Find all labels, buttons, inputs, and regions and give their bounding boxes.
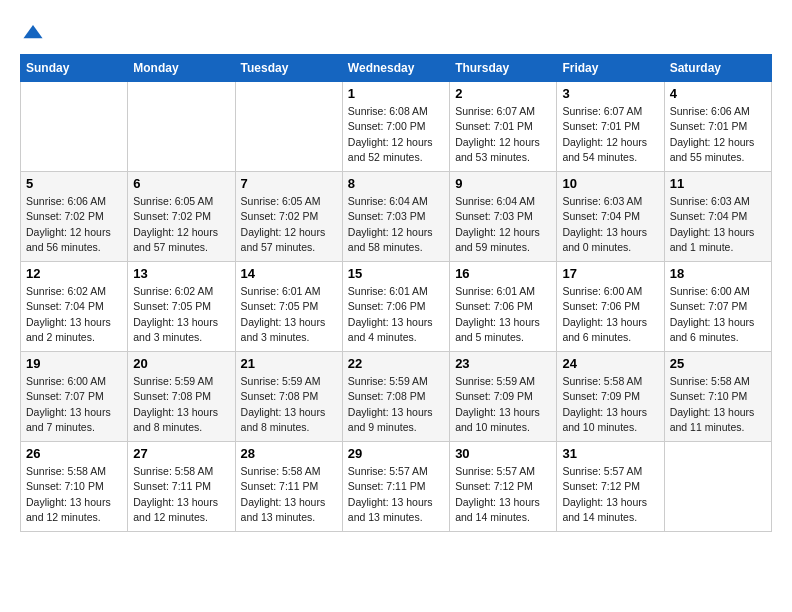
day-info: Sunrise: 5:59 AM Sunset: 7:09 PM Dayligh… xyxy=(455,374,551,435)
day-number: 23 xyxy=(455,356,551,371)
day-info: Sunrise: 5:58 AM Sunset: 7:10 PM Dayligh… xyxy=(670,374,766,435)
day-cell: 1Sunrise: 6:08 AM Sunset: 7:00 PM Daylig… xyxy=(342,82,449,172)
day-cell: 8Sunrise: 6:04 AM Sunset: 7:03 PM Daylig… xyxy=(342,172,449,262)
day-info: Sunrise: 6:06 AM Sunset: 7:01 PM Dayligh… xyxy=(670,104,766,165)
day-info: Sunrise: 6:00 AM Sunset: 7:07 PM Dayligh… xyxy=(670,284,766,345)
day-number: 5 xyxy=(26,176,122,191)
day-number: 27 xyxy=(133,446,229,461)
day-number: 9 xyxy=(455,176,551,191)
weekday-header-friday: Friday xyxy=(557,55,664,82)
day-number: 20 xyxy=(133,356,229,371)
day-info: Sunrise: 6:08 AM Sunset: 7:00 PM Dayligh… xyxy=(348,104,444,165)
day-cell: 25Sunrise: 5:58 AM Sunset: 7:10 PM Dayli… xyxy=(664,352,771,442)
day-info: Sunrise: 6:07 AM Sunset: 7:01 PM Dayligh… xyxy=(455,104,551,165)
day-number: 3 xyxy=(562,86,658,101)
day-cell: 28Sunrise: 5:58 AM Sunset: 7:11 PM Dayli… xyxy=(235,442,342,532)
day-cell: 22Sunrise: 5:59 AM Sunset: 7:08 PM Dayli… xyxy=(342,352,449,442)
calendar-table: SundayMondayTuesdayWednesdayThursdayFrid… xyxy=(20,54,772,532)
weekday-header-wednesday: Wednesday xyxy=(342,55,449,82)
day-number: 2 xyxy=(455,86,551,101)
weekday-row: SundayMondayTuesdayWednesdayThursdayFrid… xyxy=(21,55,772,82)
day-cell: 27Sunrise: 5:58 AM Sunset: 7:11 PM Dayli… xyxy=(128,442,235,532)
day-number: 15 xyxy=(348,266,444,281)
day-cell: 7Sunrise: 6:05 AM Sunset: 7:02 PM Daylig… xyxy=(235,172,342,262)
day-cell: 9Sunrise: 6:04 AM Sunset: 7:03 PM Daylig… xyxy=(450,172,557,262)
weekday-header-tuesday: Tuesday xyxy=(235,55,342,82)
week-row-5: 26Sunrise: 5:58 AM Sunset: 7:10 PM Dayli… xyxy=(21,442,772,532)
week-row-1: 1Sunrise: 6:08 AM Sunset: 7:00 PM Daylig… xyxy=(21,82,772,172)
day-cell xyxy=(128,82,235,172)
day-number: 14 xyxy=(241,266,337,281)
day-cell: 10Sunrise: 6:03 AM Sunset: 7:04 PM Dayli… xyxy=(557,172,664,262)
day-cell: 30Sunrise: 5:57 AM Sunset: 7:12 PM Dayli… xyxy=(450,442,557,532)
day-cell: 18Sunrise: 6:00 AM Sunset: 7:07 PM Dayli… xyxy=(664,262,771,352)
day-number: 19 xyxy=(26,356,122,371)
calendar-header: SundayMondayTuesdayWednesdayThursdayFrid… xyxy=(21,55,772,82)
page-header xyxy=(20,20,772,44)
day-number: 31 xyxy=(562,446,658,461)
week-row-2: 5Sunrise: 6:06 AM Sunset: 7:02 PM Daylig… xyxy=(21,172,772,262)
day-info: Sunrise: 5:59 AM Sunset: 7:08 PM Dayligh… xyxy=(348,374,444,435)
calendar-body: 1Sunrise: 6:08 AM Sunset: 7:00 PM Daylig… xyxy=(21,82,772,532)
day-cell: 23Sunrise: 5:59 AM Sunset: 7:09 PM Dayli… xyxy=(450,352,557,442)
day-info: Sunrise: 6:03 AM Sunset: 7:04 PM Dayligh… xyxy=(562,194,658,255)
day-number: 16 xyxy=(455,266,551,281)
day-info: Sunrise: 6:00 AM Sunset: 7:07 PM Dayligh… xyxy=(26,374,122,435)
day-cell: 29Sunrise: 5:57 AM Sunset: 7:11 PM Dayli… xyxy=(342,442,449,532)
day-number: 4 xyxy=(670,86,766,101)
logo-icon xyxy=(22,22,44,44)
day-info: Sunrise: 6:02 AM Sunset: 7:05 PM Dayligh… xyxy=(133,284,229,345)
day-number: 12 xyxy=(26,266,122,281)
weekday-header-thursday: Thursday xyxy=(450,55,557,82)
day-info: Sunrise: 5:58 AM Sunset: 7:11 PM Dayligh… xyxy=(241,464,337,525)
day-cell: 19Sunrise: 6:00 AM Sunset: 7:07 PM Dayli… xyxy=(21,352,128,442)
day-info: Sunrise: 6:04 AM Sunset: 7:03 PM Dayligh… xyxy=(348,194,444,255)
day-info: Sunrise: 6:06 AM Sunset: 7:02 PM Dayligh… xyxy=(26,194,122,255)
day-number: 29 xyxy=(348,446,444,461)
week-row-4: 19Sunrise: 6:00 AM Sunset: 7:07 PM Dayli… xyxy=(21,352,772,442)
day-number: 30 xyxy=(455,446,551,461)
day-cell: 3Sunrise: 6:07 AM Sunset: 7:01 PM Daylig… xyxy=(557,82,664,172)
day-number: 25 xyxy=(670,356,766,371)
day-number: 17 xyxy=(562,266,658,281)
weekday-header-monday: Monday xyxy=(128,55,235,82)
day-number: 18 xyxy=(670,266,766,281)
day-cell: 26Sunrise: 5:58 AM Sunset: 7:10 PM Dayli… xyxy=(21,442,128,532)
day-cell: 31Sunrise: 5:57 AM Sunset: 7:12 PM Dayli… xyxy=(557,442,664,532)
day-cell: 15Sunrise: 6:01 AM Sunset: 7:06 PM Dayli… xyxy=(342,262,449,352)
day-info: Sunrise: 6:02 AM Sunset: 7:04 PM Dayligh… xyxy=(26,284,122,345)
day-info: Sunrise: 5:57 AM Sunset: 7:11 PM Dayligh… xyxy=(348,464,444,525)
logo-text xyxy=(20,20,44,44)
day-cell: 24Sunrise: 5:58 AM Sunset: 7:09 PM Dayli… xyxy=(557,352,664,442)
day-number: 7 xyxy=(241,176,337,191)
day-cell: 14Sunrise: 6:01 AM Sunset: 7:05 PM Dayli… xyxy=(235,262,342,352)
day-cell: 13Sunrise: 6:02 AM Sunset: 7:05 PM Dayli… xyxy=(128,262,235,352)
day-number: 22 xyxy=(348,356,444,371)
day-number: 10 xyxy=(562,176,658,191)
day-info: Sunrise: 6:00 AM Sunset: 7:06 PM Dayligh… xyxy=(562,284,658,345)
day-number: 26 xyxy=(26,446,122,461)
day-cell: 20Sunrise: 5:59 AM Sunset: 7:08 PM Dayli… xyxy=(128,352,235,442)
weekday-header-sunday: Sunday xyxy=(21,55,128,82)
day-info: Sunrise: 5:58 AM Sunset: 7:09 PM Dayligh… xyxy=(562,374,658,435)
day-info: Sunrise: 6:04 AM Sunset: 7:03 PM Dayligh… xyxy=(455,194,551,255)
day-cell: 11Sunrise: 6:03 AM Sunset: 7:04 PM Dayli… xyxy=(664,172,771,262)
day-number: 21 xyxy=(241,356,337,371)
day-cell: 17Sunrise: 6:00 AM Sunset: 7:06 PM Dayli… xyxy=(557,262,664,352)
day-number: 24 xyxy=(562,356,658,371)
day-info: Sunrise: 5:59 AM Sunset: 7:08 PM Dayligh… xyxy=(133,374,229,435)
day-cell: 2Sunrise: 6:07 AM Sunset: 7:01 PM Daylig… xyxy=(450,82,557,172)
day-cell: 6Sunrise: 6:05 AM Sunset: 7:02 PM Daylig… xyxy=(128,172,235,262)
day-info: Sunrise: 6:01 AM Sunset: 7:05 PM Dayligh… xyxy=(241,284,337,345)
day-number: 11 xyxy=(670,176,766,191)
day-number: 8 xyxy=(348,176,444,191)
day-info: Sunrise: 6:01 AM Sunset: 7:06 PM Dayligh… xyxy=(348,284,444,345)
day-number: 13 xyxy=(133,266,229,281)
day-info: Sunrise: 5:57 AM Sunset: 7:12 PM Dayligh… xyxy=(455,464,551,525)
day-info: Sunrise: 5:58 AM Sunset: 7:10 PM Dayligh… xyxy=(26,464,122,525)
day-cell xyxy=(235,82,342,172)
day-info: Sunrise: 5:59 AM Sunset: 7:08 PM Dayligh… xyxy=(241,374,337,435)
day-info: Sunrise: 6:05 AM Sunset: 7:02 PM Dayligh… xyxy=(133,194,229,255)
day-info: Sunrise: 5:57 AM Sunset: 7:12 PM Dayligh… xyxy=(562,464,658,525)
day-cell xyxy=(21,82,128,172)
